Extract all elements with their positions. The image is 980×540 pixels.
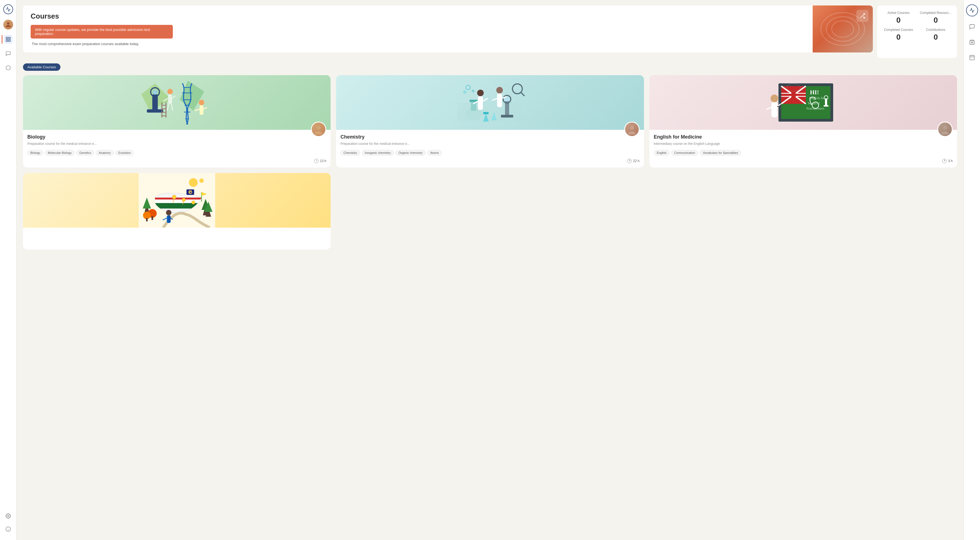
course-card-chemistry[interactable]: Chemistry Preparation course for the med… <box>336 75 644 168</box>
svg-rect-49 <box>501 115 513 118</box>
svg-point-93 <box>943 126 947 130</box>
sidebar-item-chat[interactable] <box>4 49 13 58</box>
courses-grid: Biology Preparation course for the medic… <box>23 75 957 168</box>
svg-rect-89 <box>772 102 777 117</box>
svg-text:HI!: HI! <box>810 89 819 96</box>
instructor-chemistry <box>624 122 640 137</box>
svg-rect-4 <box>8 40 10 41</box>
tag-molecular-biology: Molecular Biology <box>45 150 75 156</box>
course-tags-biology: Biology Molecular Biology Genetics Anato… <box>27 150 326 156</box>
contributions-value: 0 <box>920 33 951 41</box>
tag-vocabulary: Vocabulary for Specialities <box>700 150 741 156</box>
chat-right-icon[interactable] <box>967 22 977 32</box>
course-body-english: English for Medicine Intermediary course… <box>649 130 957 168</box>
svg-rect-27 <box>168 94 172 104</box>
course-footer-english: 3 h <box>654 159 953 163</box>
course-card-biology[interactable]: Biology Preparation course for the medic… <box>23 75 331 168</box>
left-sidebar <box>0 0 16 540</box>
svg-text:English for: English for <box>809 96 825 100</box>
svg-point-69 <box>628 132 635 135</box>
completed-resources-label: Completed Resourc... <box>920 11 951 15</box>
completed-courses-stat: Completed Courses 0 <box>883 28 915 41</box>
svg-point-119 <box>166 210 172 215</box>
course-card-english[interactable]: HI! English for Medical Practitioners <box>649 75 957 168</box>
svg-point-51 <box>505 97 509 102</box>
svg-rect-1 <box>6 37 8 39</box>
svg-rect-78 <box>781 94 806 96</box>
svg-point-26 <box>167 89 173 94</box>
courses-banner: Courses With regular course updates, we … <box>23 5 873 52</box>
svg-point-38 <box>199 100 204 105</box>
svg-point-58 <box>496 87 503 94</box>
logo-icon[interactable] <box>3 4 13 14</box>
sidebar-item-courses[interactable] <box>4 35 13 44</box>
calendar-right-icon[interactable] <box>967 52 977 62</box>
course-desc-chemistry: Preparation course for the medical entra… <box>340 141 639 146</box>
svg-rect-108 <box>151 216 153 220</box>
svg-line-40 <box>195 109 200 111</box>
instructor-english <box>937 122 953 137</box>
tag-chemistry: Chemistry <box>340 150 360 156</box>
avatar[interactable] <box>3 20 13 30</box>
svg-point-109 <box>143 211 151 219</box>
clock-icon-english <box>942 159 947 163</box>
completed-courses-label: Completed Courses <box>883 28 915 32</box>
checklist-icon[interactable] <box>967 37 977 47</box>
clock-icon-chemistry <box>627 159 632 163</box>
svg-line-31 <box>172 104 173 111</box>
clock-icon-biology <box>314 159 318 163</box>
svg-text:Medical: Medical <box>808 101 820 105</box>
svg-point-42 <box>317 126 321 130</box>
course-card-bulgaria[interactable]: ★ <box>23 173 331 249</box>
courses-bottom-row: ★ <box>23 173 957 249</box>
svg-line-30 <box>167 104 169 111</box>
svg-rect-100 <box>155 198 203 200</box>
main-content: Courses With regular course updates, we … <box>16 0 964 540</box>
svg-point-67 <box>463 91 466 94</box>
tag-atoms: Atoms <box>427 150 442 156</box>
course-name-english: English for Medicine <box>654 134 953 140</box>
course-hours-biology: 13 h <box>314 159 326 163</box>
course-tags-english: English Communication Vocabulary for Spe… <box>654 150 953 156</box>
svg-point-5 <box>7 515 9 517</box>
tag-english: English <box>654 150 670 156</box>
svg-line-90 <box>767 107 772 109</box>
course-desc-english: Intermediary course on the English Langu… <box>654 141 953 146</box>
svg-point-11 <box>821 13 865 45</box>
course-image-chemistry <box>336 75 644 130</box>
courses-illustration <box>813 5 873 52</box>
tag-genetics: Genetics <box>76 150 94 156</box>
svg-line-53 <box>521 92 524 96</box>
svg-rect-2 <box>8 37 10 39</box>
course-hours-chemistry: 22 h <box>627 159 639 163</box>
svg-point-113 <box>192 201 195 204</box>
svg-rect-121 <box>168 215 170 222</box>
course-image-english: HI! English for Medical Practitioners <box>649 75 957 130</box>
tag-communication: Communication <box>671 150 698 156</box>
active-courses-stat: Active Courses 0 <box>883 11 915 25</box>
svg-point-96 <box>189 178 198 187</box>
completed-resources-stat: Completed Resourc... 0 <box>920 11 951 25</box>
course-body-chemistry: Chemistry Preparation course for the med… <box>336 130 644 168</box>
svg-rect-39 <box>200 105 204 115</box>
svg-rect-59 <box>497 94 502 107</box>
svg-rect-128 <box>970 56 974 60</box>
courses-highlight-text: With regular course updates, we provide … <box>30 25 173 38</box>
course-body-bulgaria <box>23 228 331 249</box>
completed-resources-value: 0 <box>920 16 951 25</box>
stats-panel: Active Courses 0 Completed Resourc... 0 … <box>877 5 957 58</box>
heart-rate-icon[interactable] <box>966 4 978 16</box>
completed-courses-value: 0 <box>883 33 915 41</box>
info-icon[interactable] <box>4 525 13 534</box>
svg-point-13 <box>832 21 854 37</box>
active-courses-label: Active Courses <box>883 11 915 15</box>
svg-point-111 <box>172 195 176 199</box>
course-name-chemistry: Chemistry <box>340 134 639 140</box>
settings-icon[interactable] <box>4 511 13 520</box>
course-footer-chemistry: 22 h <box>340 159 639 163</box>
svg-point-97 <box>199 178 204 183</box>
svg-line-41 <box>204 107 207 109</box>
sidebar-item-box[interactable] <box>4 64 13 72</box>
svg-rect-110 <box>146 218 148 221</box>
course-hours-english: 3 h <box>942 159 953 163</box>
